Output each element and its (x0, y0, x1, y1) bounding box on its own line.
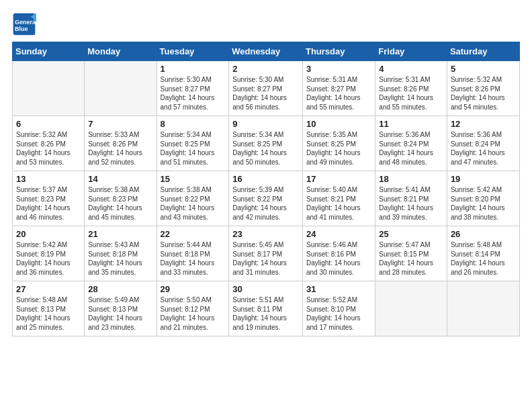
svg-text:General: General (15, 19, 36, 26)
calendar-cell: 17Sunrise: 5:40 AM Sunset: 8:21 PM Dayli… (302, 171, 375, 226)
calendar-cell: 24Sunrise: 5:46 AM Sunset: 8:16 PM Dayli… (302, 226, 375, 281)
day-info: Sunrise: 5:48 AM Sunset: 8:13 PM Dayligh… (16, 295, 81, 332)
day-info: Sunrise: 5:31 AM Sunset: 8:27 PM Dayligh… (306, 75, 371, 111)
calendar-cell: 11Sunrise: 5:36 AM Sunset: 8:24 PM Dayli… (375, 116, 447, 171)
calendar-cell: 12Sunrise: 5:36 AM Sunset: 8:24 PM Dayli… (447, 116, 519, 171)
calendar-cell: 9Sunrise: 5:34 AM Sunset: 8:25 PM Daylig… (229, 116, 303, 171)
calendar-cell: 2Sunrise: 5:30 AM Sunset: 8:27 PM Daylig… (229, 61, 303, 116)
calendar-cell: 13Sunrise: 5:37 AM Sunset: 8:23 PM Dayli… (13, 171, 85, 226)
calendar-cell: 10Sunrise: 5:35 AM Sunset: 8:25 PM Dayli… (302, 116, 375, 171)
day-number: 12 (451, 119, 516, 129)
day-info: Sunrise: 5:40 AM Sunset: 8:21 PM Dayligh… (306, 185, 371, 222)
day-info: Sunrise: 5:36 AM Sunset: 8:24 PM Dayligh… (451, 130, 516, 167)
day-number: 16 (232, 174, 299, 184)
day-number: 21 (88, 229, 152, 239)
day-info: Sunrise: 5:36 AM Sunset: 8:24 PM Dayligh… (379, 130, 443, 167)
calendar-cell: 4Sunrise: 5:31 AM Sunset: 8:26 PM Daylig… (375, 61, 447, 116)
day-info: Sunrise: 5:45 AM Sunset: 8:17 PM Dayligh… (232, 240, 299, 277)
day-number: 3 (306, 64, 371, 74)
day-info: Sunrise: 5:50 AM Sunset: 8:12 PM Dayligh… (161, 295, 226, 332)
day-info: Sunrise: 5:35 AM Sunset: 8:25 PM Dayligh… (306, 130, 371, 167)
day-number: 17 (306, 174, 371, 184)
day-number: 9 (232, 119, 299, 129)
day-info: Sunrise: 5:41 AM Sunset: 8:21 PM Dayligh… (379, 185, 443, 222)
weekday-header-saturday: Saturday (447, 42, 519, 61)
week-row-3: 13Sunrise: 5:37 AM Sunset: 8:23 PM Dayli… (13, 171, 520, 226)
day-info: Sunrise: 5:44 AM Sunset: 8:18 PM Dayligh… (161, 240, 226, 277)
calendar-table: SundayMondayTuesdayWednesdayThursdayFrid… (12, 42, 520, 336)
weekday-header-sunday: Sunday (13, 42, 85, 61)
weekday-header-row: SundayMondayTuesdayWednesdayThursdayFrid… (13, 42, 520, 61)
day-number: 13 (16, 174, 81, 184)
calendar-cell (447, 281, 519, 336)
day-number: 24 (306, 229, 371, 239)
day-info: Sunrise: 5:33 AM Sunset: 8:26 PM Dayligh… (88, 130, 152, 167)
calendar-cell: 26Sunrise: 5:48 AM Sunset: 8:14 PM Dayli… (447, 226, 519, 281)
day-number: 18 (379, 174, 443, 184)
calendar-cell: 19Sunrise: 5:42 AM Sunset: 8:20 PM Dayli… (447, 171, 519, 226)
calendar-cell: 14Sunrise: 5:38 AM Sunset: 8:23 PM Dayli… (85, 171, 157, 226)
calendar-cell: 29Sunrise: 5:50 AM Sunset: 8:12 PM Dayli… (157, 281, 229, 336)
day-number: 1 (161, 64, 226, 74)
day-number: 29 (161, 284, 226, 294)
day-info: Sunrise: 5:51 AM Sunset: 8:11 PM Dayligh… (232, 295, 299, 332)
day-number: 28 (88, 284, 152, 294)
day-number: 31 (306, 284, 371, 294)
day-info: Sunrise: 5:49 AM Sunset: 8:13 PM Dayligh… (88, 295, 152, 332)
weekday-header-friday: Friday (375, 42, 447, 61)
day-info: Sunrise: 5:38 AM Sunset: 8:23 PM Dayligh… (88, 185, 152, 222)
calendar-cell: 23Sunrise: 5:45 AM Sunset: 8:17 PM Dayli… (229, 226, 303, 281)
day-info: Sunrise: 5:52 AM Sunset: 8:10 PM Dayligh… (306, 295, 371, 332)
calendar-cell: 7Sunrise: 5:33 AM Sunset: 8:26 PM Daylig… (85, 116, 157, 171)
calendar-cell: 25Sunrise: 5:47 AM Sunset: 8:15 PM Dayli… (375, 226, 447, 281)
calendar-cell (85, 61, 157, 116)
day-info: Sunrise: 5:34 AM Sunset: 8:25 PM Dayligh… (161, 130, 226, 167)
header: General Blue (12, 12, 520, 36)
calendar-cell: 15Sunrise: 5:38 AM Sunset: 8:22 PM Dayli… (157, 171, 229, 226)
weekday-header-tuesday: Tuesday (157, 42, 229, 61)
day-number: 15 (161, 174, 226, 184)
calendar-cell: 16Sunrise: 5:39 AM Sunset: 8:22 PM Dayli… (229, 171, 303, 226)
day-number: 20 (16, 229, 81, 239)
day-info: Sunrise: 5:30 AM Sunset: 8:27 PM Dayligh… (161, 75, 226, 111)
day-info: Sunrise: 5:46 AM Sunset: 8:16 PM Dayligh… (306, 240, 371, 277)
day-number: 5 (451, 64, 516, 74)
week-row-4: 20Sunrise: 5:42 AM Sunset: 8:19 PM Dayli… (13, 226, 520, 281)
day-info: Sunrise: 5:42 AM Sunset: 8:19 PM Dayligh… (16, 240, 81, 277)
calendar-cell: 27Sunrise: 5:48 AM Sunset: 8:13 PM Dayli… (13, 281, 85, 336)
day-number: 2 (232, 64, 299, 74)
logo: General Blue (12, 12, 36, 36)
calendar-cell: 20Sunrise: 5:42 AM Sunset: 8:19 PM Dayli… (13, 226, 85, 281)
week-row-1: 1Sunrise: 5:30 AM Sunset: 8:27 PM Daylig… (13, 61, 520, 116)
calendar-cell: 8Sunrise: 5:34 AM Sunset: 8:25 PM Daylig… (157, 116, 229, 171)
day-number: 23 (232, 229, 299, 239)
day-number: 8 (161, 119, 226, 129)
weekday-header-wednesday: Wednesday (229, 42, 303, 61)
day-info: Sunrise: 5:32 AM Sunset: 8:26 PM Dayligh… (16, 130, 81, 167)
week-row-5: 27Sunrise: 5:48 AM Sunset: 8:13 PM Dayli… (13, 281, 520, 336)
calendar-cell: 21Sunrise: 5:43 AM Sunset: 8:18 PM Dayli… (85, 226, 157, 281)
day-number: 26 (451, 229, 516, 239)
day-number: 14 (88, 174, 152, 184)
calendar-cell: 28Sunrise: 5:49 AM Sunset: 8:13 PM Dayli… (85, 281, 157, 336)
logo-icon: General Blue (12, 12, 36, 36)
calendar-cell: 18Sunrise: 5:41 AM Sunset: 8:21 PM Dayli… (375, 171, 447, 226)
calendar-cell: 5Sunrise: 5:32 AM Sunset: 8:26 PM Daylig… (447, 61, 519, 116)
day-info: Sunrise: 5:37 AM Sunset: 8:23 PM Dayligh… (16, 185, 81, 222)
day-info: Sunrise: 5:42 AM Sunset: 8:20 PM Dayligh… (451, 185, 516, 222)
page: General Blue SundayMondayTuesdayWednesda… (0, 0, 532, 345)
day-number: 11 (379, 119, 443, 129)
day-number: 7 (88, 119, 152, 129)
calendar-cell: 3Sunrise: 5:31 AM Sunset: 8:27 PM Daylig… (302, 61, 375, 116)
day-info: Sunrise: 5:39 AM Sunset: 8:22 PM Dayligh… (232, 185, 299, 222)
weekday-header-thursday: Thursday (302, 42, 375, 61)
day-info: Sunrise: 5:38 AM Sunset: 8:22 PM Dayligh… (161, 185, 226, 222)
calendar-cell: 1Sunrise: 5:30 AM Sunset: 8:27 PM Daylig… (157, 61, 229, 116)
day-number: 6 (16, 119, 81, 129)
calendar-cell: 30Sunrise: 5:51 AM Sunset: 8:11 PM Dayli… (229, 281, 303, 336)
day-info: Sunrise: 5:31 AM Sunset: 8:26 PM Dayligh… (379, 75, 443, 111)
day-info: Sunrise: 5:47 AM Sunset: 8:15 PM Dayligh… (379, 240, 443, 277)
svg-text:Blue: Blue (15, 26, 28, 32)
day-info: Sunrise: 5:30 AM Sunset: 8:27 PM Dayligh… (232, 75, 299, 111)
day-info: Sunrise: 5:34 AM Sunset: 8:25 PM Dayligh… (232, 130, 299, 167)
